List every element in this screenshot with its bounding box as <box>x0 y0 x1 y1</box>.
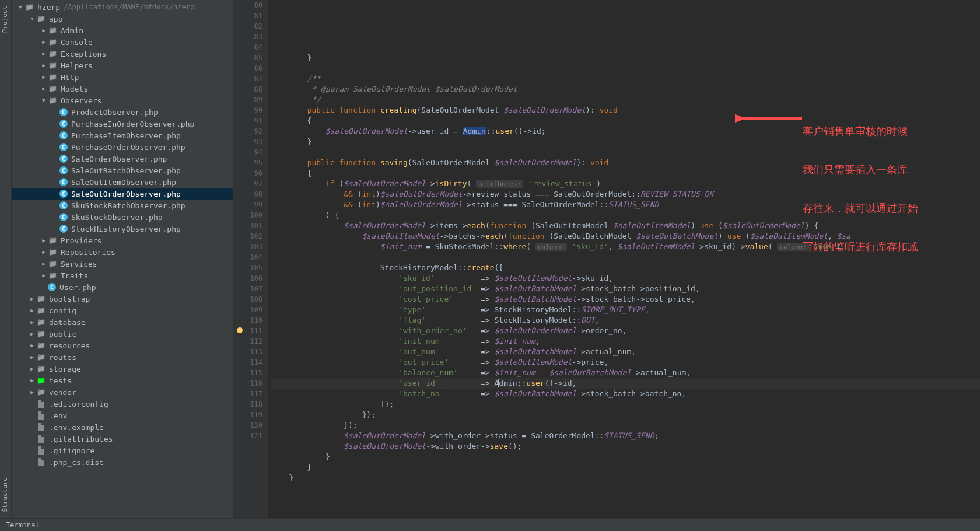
line-number[interactable]: 102 <box>233 231 262 242</box>
line-number[interactable]: 109 <box>233 305 262 315</box>
line-number[interactable]: 82 <box>233 21 262 32</box>
tool-project-tab[interactable]: Project <box>0 2 11 36</box>
code-line[interactable]: 'cost_price' => $saleOutBatchModel->stoc… <box>271 294 980 305</box>
terminal-tab[interactable]: Terminal <box>6 521 40 529</box>
code-line[interactable]: ) { <box>271 210 980 221</box>
line-number[interactable]: 98 <box>233 189 262 200</box>
tree-folder[interactable]: Helpers <box>12 60 233 71</box>
tree-folder[interactable]: Http <box>12 71 233 83</box>
line-number[interactable]: 96 <box>233 168 262 179</box>
line-number[interactable]: 99 <box>233 200 262 210</box>
tree-twisty[interactable] <box>28 378 36 383</box>
tree-file[interactable]: .gitignore <box>12 445 233 456</box>
code-line[interactable]: $saleOutOrderModel->user_id = Admin::use… <box>271 126 980 137</box>
line-number[interactable]: 111 <box>233 326 262 336</box>
code-line[interactable]: } <box>271 53 980 63</box>
line-number[interactable]: 108 <box>233 294 262 305</box>
tree-twisty[interactable] <box>28 354 36 360</box>
tree-twisty[interactable] <box>40 62 48 68</box>
tree-folder[interactable]: Console <box>12 36 233 48</box>
lightbulb-icon[interactable] <box>237 327 243 333</box>
tree-file[interactable]: CStockHistoryObserver.php <box>12 223 233 235</box>
code-line[interactable]: 'balance_num' => $init_num - $saleOutBat… <box>271 368 980 378</box>
code-line[interactable]: 'out_position_id' => $saleOutBatchModel-… <box>271 284 980 294</box>
code-line[interactable]: } <box>271 452 980 462</box>
code-line[interactable]: 'flag' => StockHistoryModel::OUT, <box>271 315 980 326</box>
code-line[interactable] <box>271 483 980 494</box>
project-tree[interactable]: hzerp/Applications/MAMP/htdocs/hzerpappA… <box>12 0 233 518</box>
code-line[interactable]: $saleOutOrderModel->items->each(function… <box>271 221 980 231</box>
line-number[interactable]: 91 <box>233 116 262 126</box>
line-number[interactable]: 103 <box>233 242 262 252</box>
tree-folder[interactable]: Models <box>12 83 233 95</box>
code-line[interactable]: StockHistoryModel::create([ <box>271 263 980 273</box>
line-number[interactable]: 86 <box>233 63 262 74</box>
tree-twisty[interactable] <box>40 74 48 80</box>
tree-twisty[interactable] <box>40 86 48 92</box>
tree-twisty[interactable] <box>28 331 36 337</box>
tree-twisty[interactable] <box>40 249 48 255</box>
line-number[interactable]: 120 <box>233 420 262 431</box>
tree-file[interactable]: CPurchaseItemObserver.php <box>12 130 233 141</box>
line-number[interactable]: 100 <box>233 210 262 221</box>
code-line[interactable]: && (int)$saleOutOrderModel->review_statu… <box>271 189 980 200</box>
code-line[interactable]: public function creating(SaleOutOrderMod… <box>271 105 980 116</box>
tree-folder[interactable]: resources <box>12 340 233 351</box>
editor-code[interactable]: 客户销售单审核的时候 我们只需要插入一条库 存往来，就可以通过开始 写好的监听进… <box>268 0 980 518</box>
code-line[interactable]: $saleOutOrderModel->with_order->save(); <box>271 441 980 452</box>
tree-twisty[interactable] <box>40 237 48 243</box>
tree-file[interactable]: CSaleOutItemObserver.php <box>12 176 233 188</box>
code-line[interactable]: $saleOutItemModel->batchs->each(function… <box>271 231 980 242</box>
tree-twisty[interactable] <box>28 366 36 372</box>
tree-twisty[interactable] <box>16 4 24 10</box>
tree-file[interactable]: CSkuStockBatchObserver.php <box>12 200 233 211</box>
tree-file[interactable]: .gitattributes <box>12 433 233 445</box>
code-line[interactable]: 'user_id' => Admin::user()->id, <box>271 378 980 389</box>
line-number[interactable]: 113 <box>233 347 262 357</box>
tree-folder[interactable]: bootstrap <box>12 293 233 305</box>
code-line[interactable]: } <box>271 473 980 483</box>
tree-file[interactable]: .env <box>12 410 233 421</box>
line-number[interactable]: 119 <box>233 410 262 420</box>
line-number[interactable]: 117 <box>233 389 262 399</box>
line-number[interactable]: 97 <box>233 179 262 189</box>
tree-twisty[interactable] <box>28 319 36 325</box>
tree-twisty[interactable] <box>40 27 48 33</box>
line-number[interactable]: 88 <box>233 84 262 95</box>
line-number[interactable]: 121 <box>233 431 262 441</box>
tree-twisty[interactable] <box>40 39 48 45</box>
code-line[interactable]: } <box>271 462 980 473</box>
tree-twisty[interactable] <box>40 261 48 267</box>
line-number[interactable]: 87 <box>233 74 262 84</box>
tree-folder[interactable]: tests <box>12 375 233 386</box>
line-number[interactable]: 85 <box>233 53 262 63</box>
line-number[interactable]: 80 <box>233 0 262 11</box>
line-number[interactable]: 83 <box>233 32 262 42</box>
tree-folder[interactable]: Traits <box>12 270 233 281</box>
code-line[interactable]: * @param SaleOutOrderModel $saleOutOrder… <box>271 84 980 95</box>
tree-file[interactable]: CProductObserver.php <box>12 106 233 118</box>
tree-folder[interactable]: public <box>12 328 233 340</box>
line-number[interactable]: 105 <box>233 263 262 273</box>
code-line[interactable]: $init_num = SkuStockModel::where( column… <box>271 242 980 252</box>
tree-file[interactable]: CSkuStockObserver.php <box>12 211 233 223</box>
line-number[interactable]: 106 <box>233 273 262 284</box>
tree-folder[interactable]: Providers <box>12 235 233 246</box>
code-line[interactable]: $saleOutOrderModel->with_order->status =… <box>271 431 980 441</box>
tree-folder[interactable]: Services <box>12 258 233 270</box>
code-line[interactable]: }); <box>271 410 980 420</box>
line-number[interactable]: 116 <box>233 378 262 389</box>
code-line[interactable] <box>271 252 980 263</box>
code-line[interactable] <box>271 63 980 74</box>
code-line[interactable]: 'init_num' => $init_num, <box>271 336 980 347</box>
line-number[interactable]: 93 <box>233 137 262 147</box>
tool-structure-tab[interactable]: Structure <box>0 474 11 516</box>
line-number[interactable]: 84 <box>233 42 262 53</box>
tree-twisty[interactable] <box>40 51 48 57</box>
code-line[interactable]: public function saving(SaleOutOrderModel… <box>271 158 980 168</box>
code-line[interactable]: 'with_order_no' => $saleOutOrderModel->o… <box>271 326 980 336</box>
tree-folder[interactable]: Observers <box>12 95 233 106</box>
code-line[interactable]: 'batch_no' => $saleOutBatchModel->stock_… <box>271 389 980 399</box>
line-number[interactable]: 95 <box>233 158 262 168</box>
line-number[interactable]: 104 <box>233 252 262 263</box>
